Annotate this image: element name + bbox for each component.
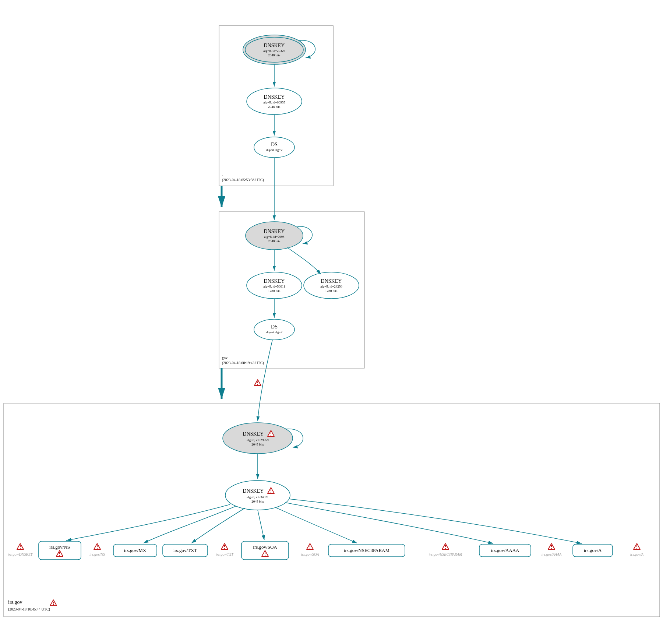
edge-govksk-to-zsk2 xyxy=(287,247,321,274)
svg-text:DNSKEY: DNSKEY xyxy=(264,278,285,284)
svg-text:irs.gov/NSEC3PARAM: irs.gov/NSEC3PARAM xyxy=(344,548,390,553)
warning-icon xyxy=(221,543,228,549)
zone-root-timestamp: (2023-04-18 05:53:56 UTC) xyxy=(222,178,264,182)
svg-text:irs.gov/SOA: irs.gov/SOA xyxy=(253,544,277,550)
svg-text:alg=8, id=20326: alg=8, id=20326 xyxy=(263,49,285,53)
svg-text:DNSKEY: DNSKEY xyxy=(264,94,285,100)
svg-text:2048 bits: 2048 bits xyxy=(251,443,264,446)
svg-text:2048 bits: 2048 bits xyxy=(268,53,281,57)
warning-icon xyxy=(442,543,449,549)
warning-icon xyxy=(307,543,313,549)
svg-text:alg=8, id=60955: alg=8, id=60955 xyxy=(263,101,285,104)
svg-text:alg=8, id=50011: alg=8, id=50011 xyxy=(263,285,285,288)
warning-icon xyxy=(548,543,555,549)
svg-text:alg=8, id=7698: alg=8, id=7698 xyxy=(264,235,285,239)
zone-gov-timestamp: (2023-04-18 08:19:43 UTC) xyxy=(222,361,264,365)
zone-irs-timestamp: (2023-04-18 10:45:44 UTC) xyxy=(8,607,50,612)
zone-gov-name: gov xyxy=(222,356,228,360)
svg-text:1280 bits: 1280 bits xyxy=(268,289,281,293)
svg-text:irs.gov/TXT: irs.gov/TXT xyxy=(216,552,234,556)
svg-text:irs.gov/TXT: irs.gov/TXT xyxy=(173,548,197,553)
zone-irs xyxy=(4,403,660,617)
node-gov-ds xyxy=(254,319,295,340)
svg-text:irs.gov/A: irs.gov/A xyxy=(630,552,644,556)
svg-text:digest alg=2: digest alg=2 xyxy=(266,330,282,334)
rrset-row: irs.gov/DNSKEY irs.gov/NS irs.gov/NS irs… xyxy=(8,499,644,560)
warning-icon xyxy=(254,380,261,386)
svg-text:DNSKEY: DNSKEY xyxy=(243,431,264,437)
edge-govds-to-irsksk xyxy=(258,340,272,421)
svg-text:irs.gov/AAAA: irs.gov/AAAA xyxy=(491,548,520,553)
svg-text:DNSKEY: DNSKEY xyxy=(321,278,342,284)
svg-text:2048 bits: 2048 bits xyxy=(268,239,281,243)
svg-text:DNSKEY: DNSKEY xyxy=(243,488,264,494)
svg-text:2048 bits: 2048 bits xyxy=(268,105,281,109)
svg-text:irs.gov/A: irs.gov/A xyxy=(584,548,602,553)
svg-text:alg=8, id=24250: alg=8, id=24250 xyxy=(320,285,342,288)
svg-text:irs.gov/SOA: irs.gov/SOA xyxy=(301,552,320,556)
svg-text:digest alg=2: digest alg=2 xyxy=(266,148,282,152)
warning-icon xyxy=(94,543,100,549)
zone-root-name: . xyxy=(222,173,223,177)
svg-text:irs.gov/MX: irs.gov/MX xyxy=(124,548,147,553)
svg-text:DNSKEY: DNSKEY xyxy=(264,229,285,234)
warning-icon xyxy=(634,543,640,549)
svg-text:DS: DS xyxy=(271,142,278,147)
svg-text:1280 bits: 1280 bits xyxy=(325,289,338,293)
warning-icon xyxy=(50,600,57,606)
svg-text:irs.gov/NS: irs.gov/NS xyxy=(49,544,70,550)
svg-text:irs.gov/AAAA: irs.gov/AAAA xyxy=(542,552,562,556)
svg-text:irs.gov/NS: irs.gov/NS xyxy=(89,552,105,556)
warning-icon xyxy=(17,543,24,549)
svg-text:alg=8, id=34821: alg=8, id=34821 xyxy=(247,495,269,499)
node-root-ds xyxy=(254,137,295,158)
svg-text:2048 bits: 2048 bits xyxy=(251,500,264,503)
zone-irs-name: irs.gov xyxy=(8,599,22,605)
svg-text:alg=8, id=29359: alg=8, id=29359 xyxy=(247,438,269,442)
svg-text:DNSKEY: DNSKEY xyxy=(264,43,285,48)
dnssec-diagram: . (2023-04-18 05:53:56 UTC) DNSKEY alg=8… xyxy=(0,0,663,644)
svg-text:DS: DS xyxy=(271,324,278,330)
svg-text:irs.gov/DNSKEY: irs.gov/DNSKEY xyxy=(8,552,33,556)
svg-text:irs.gov/NSEC3PARAM: irs.gov/NSEC3PARAM xyxy=(429,552,462,556)
